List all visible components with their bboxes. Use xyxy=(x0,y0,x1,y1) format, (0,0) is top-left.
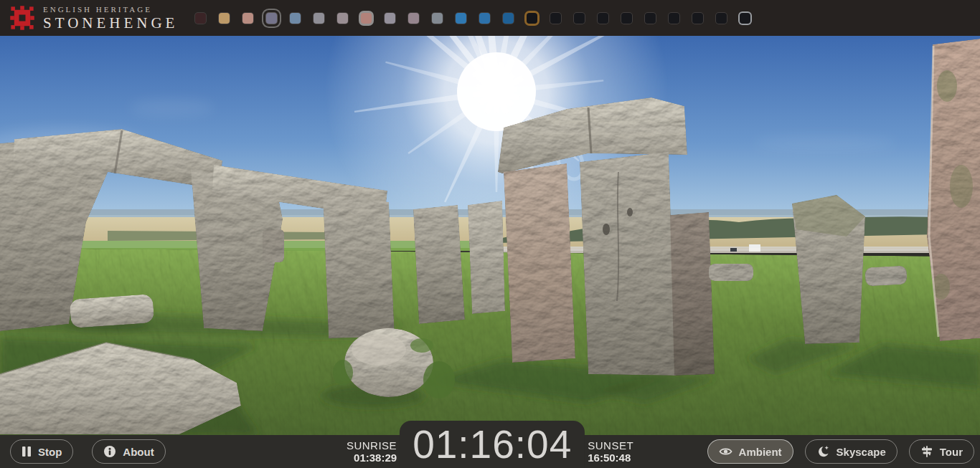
tour-button-label: Tour xyxy=(940,446,963,458)
clock-cluster: SUNRISE 01:38:29 01:16:04 SUNSET 16:50:4… xyxy=(347,421,633,468)
sky-swatch-10[interactable] xyxy=(432,13,443,24)
ambient-button-label: Ambient xyxy=(739,446,782,458)
sky-swatch-14[interactable] xyxy=(527,13,537,24)
stop-button[interactable]: Stop xyxy=(10,439,73,464)
sunrise-label: SUNRISE xyxy=(347,440,397,452)
brand-logo: ENGLISH HERITAGE STONEHENGE xyxy=(9,4,178,32)
sky-swatch-7[interactable] xyxy=(361,13,372,24)
sunrise-info: SUNRISE 01:38:29 xyxy=(347,435,400,468)
moon-stars-icon xyxy=(816,445,830,459)
sky-swatch-12[interactable] xyxy=(479,13,490,24)
about-button[interactable]: About xyxy=(92,439,165,464)
clock-panel: 01:16:04 xyxy=(400,421,585,468)
english-heritage-logo-icon xyxy=(9,4,36,32)
info-icon xyxy=(103,445,116,458)
sky-swatch-16[interactable] xyxy=(574,13,585,24)
panorama-viewport[interactable] xyxy=(0,36,980,435)
top-bar: ENGLISH HERITAGE STONEHENGE xyxy=(0,0,980,36)
sky-swatch-5[interactable] xyxy=(314,13,324,24)
stonehenge-skyscape-app: ENGLISH HERITAGE STONEHENGE xyxy=(0,0,980,468)
skyscape-button-label: Skyscape xyxy=(837,446,886,458)
sky-swatch-15[interactable] xyxy=(550,13,561,24)
sky-swatch-6[interactable] xyxy=(337,13,348,24)
mode-cluster: Ambient Skyscape Tour xyxy=(707,439,974,464)
sky-color-timeline xyxy=(195,0,750,36)
sky-swatch-4[interactable] xyxy=(290,13,301,24)
sky-swatch-8[interactable] xyxy=(385,13,395,24)
sky-swatch-19[interactable] xyxy=(645,13,656,24)
sky-swatch-1[interactable] xyxy=(219,13,230,24)
sky-swatch-18[interactable] xyxy=(621,13,632,24)
sunrise-time: 01:38:29 xyxy=(354,452,397,464)
sunset-info: SUNSET 16:50:48 xyxy=(585,435,633,468)
sky-swatch-0[interactable] xyxy=(195,13,206,24)
stop-button-label: Stop xyxy=(38,446,62,458)
about-button-label: About xyxy=(123,446,154,458)
sky-swatch-2[interactable] xyxy=(242,13,253,24)
sky-swatch-22[interactable] xyxy=(716,13,727,24)
brand-stonehenge: STONEHENGE xyxy=(43,16,178,31)
bottom-bar: Stop About SUNRISE 01:38:29 01:16:04 SUN… xyxy=(0,435,980,468)
sky-swatch-23[interactable] xyxy=(740,13,750,24)
ambient-button[interactable]: Ambient xyxy=(707,439,793,464)
sky-swatch-13[interactable] xyxy=(503,13,514,24)
simulation-clock: 01:16:04 xyxy=(413,425,572,464)
skyscape-button[interactable]: Skyscape xyxy=(805,439,897,464)
playback-cluster: Stop About xyxy=(10,439,166,464)
tour-button[interactable]: Tour xyxy=(909,439,974,464)
sky-swatch-9[interactable] xyxy=(408,13,419,24)
sky-swatch-20[interactable] xyxy=(669,13,679,24)
sunset-label: SUNSET xyxy=(588,440,633,452)
sky-swatch-3[interactable] xyxy=(266,13,277,24)
stonehenge-panorama-image xyxy=(0,36,980,435)
signpost-icon xyxy=(920,445,933,458)
sky-swatch-17[interactable] xyxy=(598,13,608,24)
pause-icon xyxy=(22,446,32,457)
brand-text: ENGLISH HERITAGE STONEHENGE xyxy=(43,6,178,31)
sky-swatch-11[interactable] xyxy=(456,13,466,24)
brand-english-heritage: ENGLISH HERITAGE xyxy=(43,6,178,14)
sunset-time: 16:50:48 xyxy=(588,452,631,464)
eye-icon xyxy=(719,445,732,458)
sky-swatch-21[interactable] xyxy=(692,13,703,24)
